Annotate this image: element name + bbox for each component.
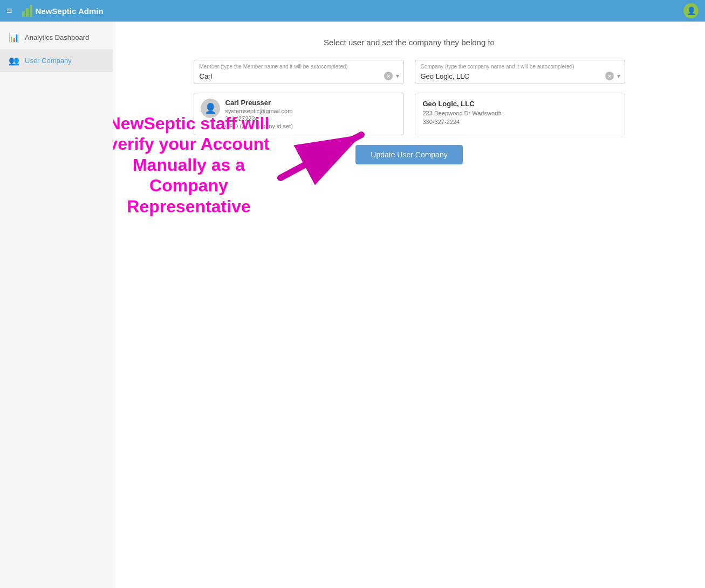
button-row: Update User Company [135,145,683,164]
logo-bars-icon [22,5,32,17]
sidebar-label-user-company: User Company [25,57,72,65]
member-field[interactable]: Member (type the Member name and it will… [194,60,404,84]
sidebar-item-analytics[interactable]: 📊 Analytics Dashboard [0,26,113,49]
sidebar: 📊 Analytics Dashboard 👥 User Company [0,22,113,588]
user-person-icon: 👤 [687,6,696,15]
app-layout: 📊 Analytics Dashboard 👥 User Company Sel… [0,22,705,588]
company-field-label: Company (type the company name and it wi… [415,60,625,71]
member-name: Carl Preusser [225,99,293,107]
logo-bar-2 [26,8,29,17]
company-field[interactable]: Company (type the company name and it wi… [415,60,625,84]
navbar: ≡ NewSeptic Admin 👤 [0,0,705,22]
member-email: systemseptic@gmail.com [225,108,293,114]
logo-bar-3 [30,5,32,17]
member-dropdown-result: 👤 Carl Preusser systemseptic@gmail.com 3… [194,93,404,135]
member-field-label: Member (type the Member name and it will… [194,60,403,71]
member-role: CEO (No company id set) [225,123,293,129]
navbar-logo: NewSeptic Admin [22,5,104,17]
page-subtitle: Select user and set the company they bel… [135,38,683,47]
form-fields-row: Member (type the Member name and it will… [135,60,683,84]
company-field-value[interactable]: Geo Logic, LLC [421,72,603,80]
member-clear-icon[interactable]: ✕ [384,72,393,80]
app-title: NewSeptic Admin [36,6,104,16]
hamburger-icon[interactable]: ≡ [6,5,12,17]
user-company-icon: 👥 [9,56,19,66]
sidebar-item-user-company[interactable]: 👥 User Company [0,49,113,72]
user-avatar-nav[interactable]: 👤 [683,3,699,18]
company-input-row: Geo Logic, LLC ✕ ▾ [415,71,625,84]
member-input-row: Carl ✕ ▾ [194,71,403,84]
navbar-left: ≡ NewSeptic Admin [6,5,104,17]
company-dropdown-result: Geo Logic, LLC 223 Deepwood Dr Wadsworth… [415,93,625,135]
avatar-person-icon: 👤 [204,102,216,114]
member-field-value[interactable]: Carl [200,72,382,80]
company-result-address: 223 Deepwood Dr Wadsworth [423,110,617,116]
company-clear-icon[interactable]: ✕ [605,72,614,80]
member-dropdown-arrow[interactable]: ▾ [396,72,399,80]
member-phone: 3303272224 [225,115,293,122]
sidebar-label-analytics: Analytics Dashboard [25,33,89,41]
company-result-name: Geo Logic, LLC [423,100,617,108]
member-info: Carl Preusser systemseptic@gmail.com 330… [225,99,293,129]
dropdown-results-row: 👤 Carl Preusser systemseptic@gmail.com 3… [135,93,683,135]
member-avatar: 👤 [201,99,220,118]
logo-bar-1 [22,11,25,17]
company-dropdown-arrow[interactable]: ▾ [617,72,620,80]
company-result-phone: 330-327-2224 [423,119,617,125]
analytics-icon: 📊 [9,32,19,43]
member-result-item[interactable]: 👤 Carl Preusser systemseptic@gmail.com 3… [194,93,403,135]
update-user-company-button[interactable]: Update User Company [355,145,462,164]
company-result-item[interactable]: Geo Logic, LLC 223 Deepwood Dr Wadsworth… [415,93,625,132]
main-content: Select user and set the company they bel… [113,22,705,588]
